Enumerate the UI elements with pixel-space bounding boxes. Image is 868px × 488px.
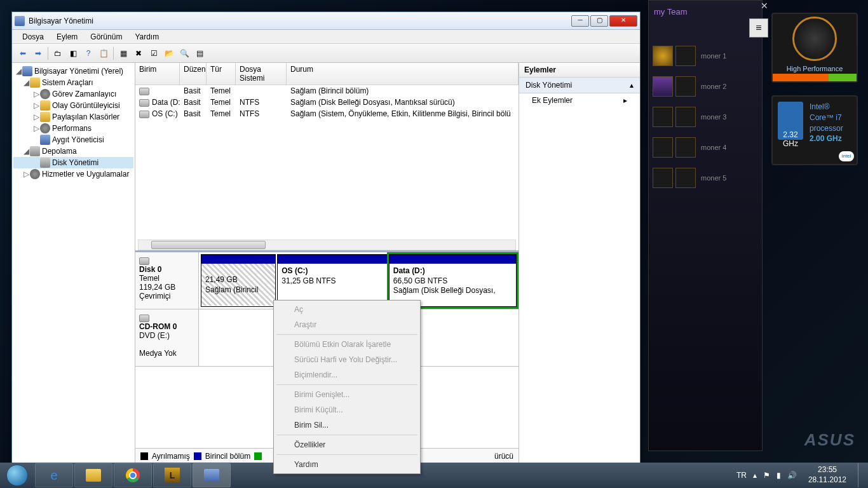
- ctx-extend: Birimi Genişlet...: [275, 387, 419, 402]
- menu-action[interactable]: Eylem: [50, 31, 84, 43]
- cpu-chip-icon: 2.32GHz: [778, 102, 803, 140]
- taskbar-ie[interactable]: e: [35, 463, 73, 487]
- tree-services[interactable]: ▷Hizmetler ve Uygulamalar: [13, 168, 133, 180]
- perf-bar: [773, 74, 857, 81]
- gadget-performance[interactable]: High Performance: [771, 13, 858, 83]
- gadget-cpu[interactable]: 2.32GHz Intel® Core™ i7 processor 2.00 G…: [771, 95, 858, 165]
- tree-device-manager[interactable]: Aygıt Yöneticisi: [13, 134, 133, 146]
- ctx-open: Aç: [275, 302, 419, 317]
- context-menu: Aç Araştır Bölümü Etkin Olarak İşaretle …: [273, 300, 421, 474]
- volume-row[interactable]: BasitTemelSağlam (Birincil bölüm): [135, 85, 519, 97]
- tree-disk-management[interactable]: Disk Yönetimi: [13, 157, 133, 168]
- tree-storage[interactable]: ◢Depolama: [13, 146, 133, 157]
- taskbar-chrome[interactable]: [114, 463, 152, 487]
- system-tray: TR ▴ ⚑ ▮ 🔊 23:55 28.11.2012: [731, 463, 868, 487]
- partition-system-reserved[interactable]: 21,49 GBSağlam (Birincil: [201, 254, 276, 307]
- tray-network-icon[interactable]: ▮: [776, 471, 781, 480]
- volume-row[interactable]: Data (D:)BasitTemelNTFSSağlam (Disk Bell…: [135, 97, 519, 108]
- col-fs[interactable]: Dosya Sistemi: [236, 63, 287, 85]
- ctx-delete-volume[interactable]: Birim Sil...: [275, 417, 419, 433]
- background-app-window: ✕ my Team ≡ moner 1 moner 2 moner 3 mone…: [648, 0, 763, 451]
- tree-system-tools[interactable]: ◢Sistem Araçları: [13, 77, 133, 88]
- horizontal-scrollbar[interactable]: [138, 240, 516, 250]
- taskbar-explorer[interactable]: [74, 463, 112, 487]
- tree-task-scheduler[interactable]: ▷Görev Zamanlayıcı: [13, 88, 133, 100]
- refresh-button[interactable]: 📋: [97, 46, 111, 60]
- tool-btn-5[interactable]: 🔍: [177, 46, 191, 60]
- drive-icon: [139, 111, 149, 118]
- show-desktop-button[interactable]: [858, 463, 863, 487]
- actions-more[interactable]: Ek Eylemler▸: [519, 93, 640, 107]
- ctx-properties[interactable]: Özellikler: [275, 437, 419, 452]
- tray-chevron-up-icon[interactable]: ▴: [753, 471, 757, 480]
- tool-btn-1[interactable]: ▦: [116, 46, 130, 60]
- nav-back-button[interactable]: ⬅: [16, 46, 30, 60]
- titlebar[interactable]: Bilgisayar Yönetimi ─ ▢ ✕: [12, 12, 640, 30]
- maximize-button[interactable]: ▢: [590, 15, 608, 27]
- ctx-help[interactable]: Yardım: [275, 457, 419, 472]
- tray-volume-icon[interactable]: 🔊: [787, 471, 797, 480]
- partition-os-c[interactable]: OS (C:)31,25 GB NTFS: [277, 254, 388, 307]
- col-volume[interactable]: Birim: [135, 63, 180, 85]
- summoner-row-1[interactable]: moner 1: [649, 42, 762, 70]
- menu-file[interactable]: Dosya: [16, 31, 50, 43]
- tool-btn-4[interactable]: 📂: [162, 46, 176, 60]
- volume-list-header[interactable]: Birim Düzen Tür Dosya Sistemi Durum: [135, 63, 519, 85]
- scrollbar-thumb[interactable]: [151, 241, 266, 249]
- windows-orb-icon: [6, 464, 28, 486]
- minimize-button[interactable]: ─: [571, 15, 589, 27]
- partition-data-d[interactable]: Data (D:)66,50 GB NTFSSağlam (Disk Belle…: [389, 254, 517, 307]
- tree-root[interactable]: ◢Bilgisayar Yönetimi (Yerel): [13, 65, 133, 77]
- summoner-row-5[interactable]: moner 5: [649, 164, 762, 192]
- perf-label: High Performance: [773, 64, 857, 74]
- help-button[interactable]: ?: [81, 46, 95, 60]
- volume-row[interactable]: OS (C:)BasitTemelNTFSSağlam (Sistem, Öny…: [135, 108, 519, 119]
- tray-clock[interactable]: 23:55 28.11.2012: [803, 465, 851, 485]
- disk-icon: [139, 257, 149, 265]
- ctx-explore: Araştır: [275, 317, 419, 332]
- up-button[interactable]: 🗀: [51, 46, 65, 60]
- bg-app-title: my Team: [649, 1, 762, 23]
- tool-btn-6[interactable]: ▤: [193, 46, 207, 60]
- summoner-row-2[interactable]: moner 2: [649, 72, 762, 100]
- tree-performance[interactable]: ▷Performans: [13, 123, 133, 134]
- tray-lang[interactable]: TR: [736, 471, 747, 480]
- ctx-change-letter: Sürücü Harfi ve Yolu Değiştir...: [275, 352, 419, 367]
- close-button[interactable]: ✕: [609, 15, 637, 27]
- nav-forward-button[interactable]: ➡: [31, 46, 45, 60]
- console-tree[interactable]: ◢Bilgisayar Yönetimi (Yerel) ◢Sistem Ara…: [12, 63, 135, 463]
- summoner-row-3[interactable]: moner 3: [649, 103, 762, 131]
- tray-flag-icon[interactable]: ⚑: [763, 471, 770, 480]
- menubar: Dosya Eylem Görünüm Yardım: [12, 30, 640, 44]
- app-icon: [15, 16, 25, 26]
- col-type[interactable]: Tür: [207, 63, 236, 85]
- show-hide-tree-button[interactable]: ◧: [66, 46, 80, 60]
- drive-icon: [139, 88, 149, 95]
- tree-shared-folders[interactable]: ▷Paylaşılan Klasörler: [13, 111, 133, 123]
- volume-list[interactable]: BasitTemelSağlam (Birincil bölüm) Data (…: [135, 85, 519, 250]
- col-layout[interactable]: Düzen: [180, 63, 207, 85]
- tree-event-viewer[interactable]: ▷Olay Görüntüleyicisi: [13, 100, 133, 111]
- bg-app-menu-button[interactable]: ≡: [749, 18, 768, 37]
- tool-btn-3[interactable]: ☑: [147, 46, 161, 60]
- taskbar: e L TR ▴ ⚑ ▮ 🔊 23:55 28.11.2012: [0, 463, 868, 488]
- cdrom-0-info[interactable]: CD-ROM 0 DVD (E:) Medya Yok: [135, 309, 199, 366]
- tool-btn-2[interactable]: ✖: [132, 46, 146, 60]
- asus-logo: ASUS: [804, 430, 855, 450]
- menu-help[interactable]: Yardım: [128, 31, 165, 43]
- taskbar-lol[interactable]: L: [153, 463, 191, 487]
- bg-app-close-icon[interactable]: ✕: [749, 1, 768, 10]
- ctx-mark-active: Bölümü Etkin Olarak İşaretle: [275, 337, 419, 352]
- intel-logo-icon: intel: [839, 151, 854, 161]
- cdrom-icon: [139, 315, 149, 322]
- actions-section-diskmgmt[interactable]: Disk Yönetimi▴: [519, 78, 640, 93]
- disk-0-info[interactable]: Disk 0 Temel 119,24 GB Çevrimiçi: [135, 252, 199, 309]
- actions-pane: Eylemler Disk Yönetimi▴ Ek Eylemler▸: [519, 63, 640, 463]
- actions-header: Eylemler: [519, 63, 640, 78]
- menu-view[interactable]: Görünüm: [84, 31, 128, 43]
- summoner-row-4[interactable]: moner 4: [649, 133, 762, 161]
- col-status[interactable]: Durum: [287, 63, 519, 85]
- taskbar-compmgmt[interactable]: [193, 463, 231, 487]
- ctx-shrink: Birimi Küçült...: [275, 402, 419, 417]
- start-button[interactable]: [0, 463, 34, 488]
